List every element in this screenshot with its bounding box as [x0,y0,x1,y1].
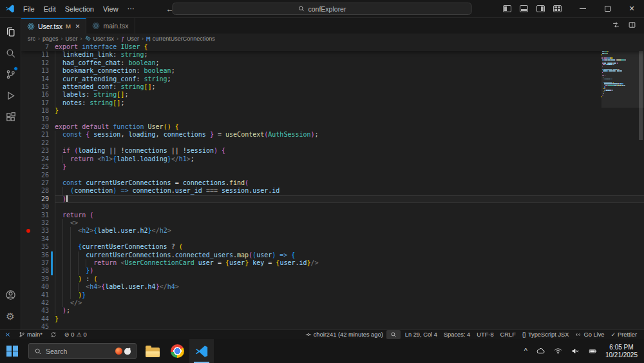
code-line-11[interactable]: 11 linkedin_link: string; [21,51,644,59]
line-number[interactable]: 45 [32,323,49,329]
line-number[interactable]: 28 [32,187,49,195]
toggle-sidebar-icon[interactable] [503,5,511,12]
glyph-margin[interactable] [21,59,32,67]
code-line-28[interactable]: 28 (connection) => connection.user_id ==… [21,187,644,195]
glyph-margin[interactable] [21,235,32,243]
line-number[interactable]: 36 [32,251,49,259]
glyph-margin[interactable] [21,51,32,59]
line-number[interactable]: 15 [32,83,49,91]
code-line-40[interactable]: 40 <h4>{label.user.h4}</h4> [21,283,644,291]
code-line-14[interactable]: 14 curr_attending_conf: string; [21,75,644,83]
line-number[interactable]: 21 [32,131,49,139]
line-number[interactable]: 40 [32,283,49,291]
maximize-button[interactable] [595,0,620,18]
line-number[interactable]: 32 [32,219,49,227]
glyph-margin[interactable] [21,43,32,51]
glyph-margin[interactable] [21,99,32,107]
glyph-margin[interactable] [21,283,32,291]
menu-edit[interactable]: Edit [39,3,61,15]
code-line-32[interactable]: 32 <> [21,219,644,227]
split-editor-icon[interactable] [628,20,636,32]
line-number[interactable]: 41 [32,291,49,299]
explorer-icon[interactable] [0,21,21,43]
line-number[interactable]: 43 [32,307,49,315]
menu-selection[interactable]: Selection [61,3,99,15]
glyph-margin[interactable] [21,259,32,267]
breadcrumb-user-folder[interactable]: User [66,35,78,42]
glyph-margin[interactable] [21,307,32,315]
code-line-42[interactable]: 42 </> [21,299,644,307]
line-number[interactable]: 19 [32,115,49,123]
open-changes-icon[interactable] [612,20,620,32]
code-line-26[interactable]: 26 [21,172,644,179]
menu-overflow[interactable]: ⋯ [123,3,139,15]
code-line-25[interactable]: 25 } [21,163,644,171]
code-line-43[interactable]: 43 ); [21,307,644,315]
commit-info-item[interactable]: choir241 (42 minutes ago) [302,330,386,339]
glyph-margin[interactable] [21,203,32,211]
taskbar-clock[interactable]: 6:05 PM 10/21/2025 [601,344,644,359]
source-control-icon[interactable] [0,64,21,85]
code-line-21[interactable]: 21 const { session, loading, connections… [21,131,644,139]
line-number[interactable]: 23 [32,147,49,155]
glyph-margin[interactable] [21,219,32,227]
code-line-18[interactable]: 18} [21,107,644,115]
problems-item[interactable]: ⊘ 0 ⚠ 0 [61,330,90,339]
chrome-taskbar-icon[interactable] [165,339,189,363]
line-number[interactable]: 39 [32,275,49,283]
extensions-icon[interactable] [0,106,21,128]
line-number[interactable]: 27 [32,179,49,187]
account-icon[interactable] [0,284,21,306]
code-line-7[interactable]: 7export interface IUser { [21,43,644,51]
go-live-item[interactable]: Go Live [572,330,607,339]
glyph-margin[interactable] [21,107,32,115]
code-line-23[interactable]: 23 if (loading || !connections || !sessi… [21,147,644,155]
settings-gear-icon[interactable]: ⚙ [0,306,21,327]
code-line-12[interactable]: 12 had_coffee_chat: boolean; [21,59,644,67]
taskbar-search-box[interactable]: Search [28,343,137,359]
line-number[interactable]: 12 [32,59,49,67]
glyph-margin[interactable] [21,251,32,259]
code-line-19[interactable]: 19 [21,115,644,123]
git-branch-item[interactable]: main* [15,330,46,339]
glyph-margin[interactable] [21,291,32,299]
code-line-41[interactable]: 41 )} [21,291,644,299]
run-debug-icon[interactable] [0,85,21,106]
cursor-position-item[interactable]: Ln 29, Col 4 [402,330,440,339]
language-mode-item[interactable]: {} TypeScript JSX [519,330,573,339]
code-line-24[interactable]: 24 return <h1>{label.loading}</h1>; [21,155,644,163]
code-line-37[interactable]: 37 return <UserConnectionCard user = {us… [21,259,644,267]
breadcrumb-src[interactable]: src [28,35,35,42]
line-number[interactable]: 30 [32,203,49,211]
glyph-margin[interactable] [21,163,32,171]
code-editor[interactable]: 7export interface IUser { 11 linkedin_li… [21,43,644,329]
tab-user-tsx[interactable]: User.tsx M ✕ [21,18,86,34]
minimize-button[interactable] [571,0,595,18]
line-number[interactable]: 24 [32,155,49,163]
line-number[interactable]: 7 [32,43,49,51]
glyph-margin[interactable] [21,131,32,139]
code-line-36[interactable]: 36 currentUserConnections.connected_user… [21,251,644,259]
breadcrumb-user-file[interactable]: User.tsx [93,35,115,42]
glyph-margin[interactable] [21,139,32,147]
minimap[interactable] [601,43,638,99]
tray-chevron-icon[interactable]: ^ [520,338,532,362]
code-line-39[interactable]: 39 ) : ( [21,275,644,283]
line-number[interactable]: 26 [32,172,49,179]
line-number[interactable]: 18 [32,107,49,115]
code-line-22[interactable]: 22 [21,139,644,147]
toggle-secondary-sidebar-icon[interactable] [536,5,545,12]
line-number[interactable]: 42 [32,299,49,307]
scrollbar-thumb[interactable] [639,43,643,140]
code-line-44[interactable]: 44} [21,315,644,323]
glyph-margin[interactable] [21,115,32,123]
volume-muted-icon[interactable] [567,339,584,363]
glyph-margin[interactable] [21,75,32,83]
menu-file[interactable]: File [19,3,39,15]
code-line-31[interactable]: 31 return ( [21,211,644,219]
glyph-margin[interactable] [21,91,32,99]
code-line-16[interactable]: 16 labels: string[]; [21,91,644,99]
line-number[interactable]: 29 [32,195,49,203]
code-line-29[interactable]: 29 ) [21,195,644,203]
glyph-margin[interactable] [21,195,32,203]
